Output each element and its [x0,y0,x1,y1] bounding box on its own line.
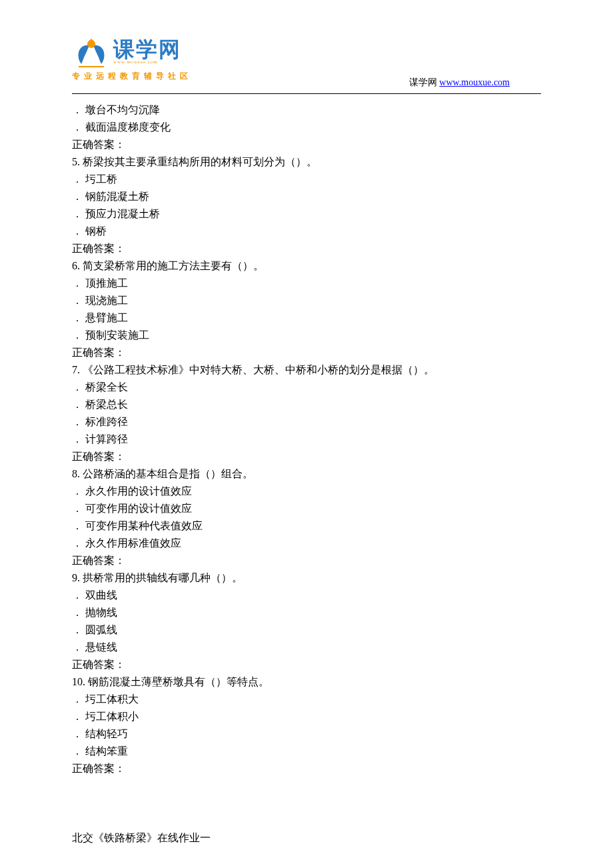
site-link[interactable]: www.mouxue.com [439,77,510,87]
content-line: ． 结构轻巧 [72,725,541,743]
content-line: ． 悬臂施工 [72,309,541,327]
logo-text-block: 课学网 www.mouxue.com [113,39,181,65]
content-line: 正确答案： [72,656,541,673]
logo-url-text: www.mouxue.com [113,59,181,65]
content-line: 8. 公路桥涵的基本组合是指（）组合。 [72,465,541,483]
content-line: ． 结构笨重 [72,743,541,760]
document-content: ． 墩台不均匀沉降 ． 截面温度梯度变化 正确答案： 5. 桥梁按其主要承重结构… [0,93,613,847]
content-line: ． 圬工桥 [72,171,541,188]
content-line: ． 圆弧线 [72,621,541,639]
content-line: ． 可变作用某种代表值效应 [72,517,541,535]
footer-line: 北交《铁路桥梁》在线作业一 [72,829,541,847]
logo-container: 课学网 www.mouxue.com 专业远程教育辅导社区 [72,39,192,82]
content-line: 正确答案： [72,552,541,569]
content-line: ． 双曲线 [72,587,541,604]
content-line: ． 预制安装施工 [72,327,541,344]
logo-icon [72,39,111,68]
logo-main-text: 课学网 [113,39,181,60]
content-line: ． 标准跨径 [72,413,541,431]
content-line: ． 墩台不均匀沉降 [72,101,541,119]
content-line: 5. 桥梁按其主要承重结构所用的材料可划分为（）。 [72,153,541,171]
content-line: ． 永久作用的设计值效应 [72,483,541,500]
content-line: ． 桥梁全长 [72,379,541,396]
page-header: 课学网 www.mouxue.com 专业远程教育辅导社区 谋学网 www.mo… [0,0,613,93]
content-line: 10. 钢筋混凝土薄壁桥墩具有（）等特点。 [72,673,541,691]
content-line: 9. 拱桥常用的拱轴线有哪几种（）。 [72,569,541,587]
header-divider [72,93,541,94]
content-line: ． 圬工体积大 [72,691,541,708]
content-line: ． 可变作用的设计值效应 [72,500,541,517]
content-line: 正确答案： [72,240,541,257]
logo: 课学网 www.mouxue.com [72,39,192,68]
header-site-info: 谋学网 www.mouxue.com [409,77,510,89]
content-line: 正确答案： [72,136,541,153]
content-line: 7. 《公路工程技术标准》中对特大桥、大桥、中桥和小桥的划分是根据（）。 [72,361,541,379]
content-line: 正确答案： [72,344,541,361]
content-line: 正确答案： [72,760,541,777]
content-line: ． 计算跨径 [72,431,541,448]
logo-subtitle: 专业远程教育辅导社区 [72,71,192,82]
content-line: ． 抛物线 [72,604,541,621]
footer-section: 北交《铁路桥梁》在线作业一 [72,829,541,847]
content-line: ． 桥梁总长 [72,396,541,413]
content-line: ． 钢筋混凝土桥 [72,188,541,205]
content-line: ． 圬工体积小 [72,708,541,725]
site-name: 谋学网 [409,77,437,87]
content-line: ． 截面温度梯度变化 [72,119,541,136]
content-line: ． 预应力混凝土桥 [72,205,541,223]
content-line: 正确答案： [72,448,541,465]
content-line: ． 悬链线 [72,639,541,656]
content-line: ． 顶推施工 [72,275,541,292]
content-line: ． 现浇施工 [72,292,541,309]
content-line: ． 永久作用标准值效应 [72,535,541,552]
content-line: ． 钢桥 [72,223,541,240]
content-line: 6. 简支梁桥常用的施工方法主要有（）。 [72,257,541,275]
